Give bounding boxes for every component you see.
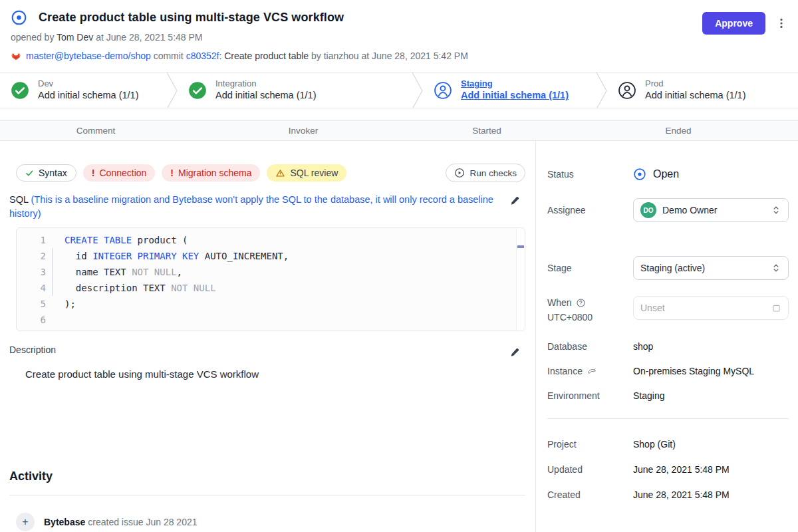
instance-value[interactable]: On-premises Staging MySQL: [633, 366, 789, 376]
check-badge-connection[interactable]: ! Connection: [83, 164, 156, 182]
created-value: June 28, 2021 5:48 PM: [633, 489, 789, 500]
assignee-select[interactable]: DO Demo Owner: [633, 198, 789, 222]
approve-button[interactable]: Approve: [702, 12, 765, 35]
updated-label: Updated: [547, 464, 633, 475]
edit-sql-pencil-icon[interactable]: [509, 196, 520, 206]
branch-repo-link[interactable]: master@bytebase-demo/shop: [26, 51, 151, 61]
environment-row: Environment Staging: [547, 390, 789, 401]
chevron-separator: [412, 72, 423, 108]
issue-detail-panel: Syntax ! Connection ! Migration schema S…: [0, 141, 535, 532]
check-badge-sql-review[interactable]: SQL review: [267, 164, 346, 182]
updated-row: Updated June 28, 2021 5:48 PM: [547, 464, 789, 475]
pipeline-stage-dev[interactable]: DevAdd initial schema (1/1): [0, 72, 166, 108]
pipeline-stage-integration[interactable]: IntegrationAdd initial schema (1/1): [178, 72, 412, 108]
warning-triangle-icon: [275, 168, 285, 178]
when-timezone: UTC+0800: [547, 311, 633, 324]
when-label: When: [547, 296, 572, 309]
divider: [9, 495, 525, 495]
pipeline-stage-prod[interactable]: ProdAdd initial schema (1/1): [607, 72, 798, 108]
stage-label: Stage: [547, 263, 633, 273]
issue-header: Create product table using multi-stage V…: [0, 0, 798, 63]
stage-row: Stage Staging (active): [547, 256, 789, 280]
mysql-dolphin-icon: [587, 366, 597, 376]
stage-task: Add initial schema (1/1): [645, 89, 746, 102]
scrollbar-marker: [517, 245, 524, 248]
description-header: Description: [9, 344, 525, 358]
column-invoker: Invoker: [192, 126, 415, 136]
user-circle-icon: [434, 81, 452, 100]
column-ended: Ended: [559, 126, 798, 136]
stage-name: Staging: [461, 78, 569, 89]
activity-actor: Bytebase: [44, 517, 85, 527]
environment-value[interactable]: Staging: [633, 390, 789, 401]
issue-open-icon: [11, 9, 27, 26]
baseline-note: (This is a baseline migration and Byteba…: [9, 194, 493, 219]
when-placeholder: Unset: [640, 303, 771, 313]
stage-name: Integration: [215, 78, 317, 89]
calendar-icon: [771, 303, 781, 313]
commit-message: Create product table: [221, 51, 311, 61]
edit-description-pencil-icon[interactable]: [509, 347, 520, 358]
chevron-up-down-icon: [771, 205, 781, 215]
stage-task: Add initial schema (1/1): [38, 89, 139, 102]
stage-value: Staging (active): [640, 263, 765, 273]
when-date-input[interactable]: Unset: [633, 296, 789, 320]
created-row: Created June 28, 2021 5:48 PM: [547, 489, 789, 500]
status-open-icon: [633, 168, 646, 181]
pipeline-stage-staging[interactable]: StagingAdd initial schema (1/1): [423, 72, 596, 108]
activity-heading: Activity: [9, 469, 525, 485]
avatar: DO: [640, 202, 656, 218]
chevron-up-down-icon: [771, 263, 781, 273]
task-table-header: Comment Invoker Started Ended: [0, 120, 798, 141]
commit-sha-link[interactable]: c80352f:: [186, 51, 222, 61]
issue-sidebar: Status Open Assignee DO Demo Owner Stage…: [535, 141, 798, 532]
activity-item: + Bytebasecreated issue Jun 28 2021: [16, 513, 525, 531]
check-badge-migration-schema[interactable]: ! Migration schema: [162, 164, 260, 182]
sql-code-editor[interactable]: 1CREATE TABLE product (2 id INTEGER PRIM…: [16, 227, 525, 331]
status-value: Open: [653, 168, 679, 180]
sql-section-header: SQL (This is a baseline migration and By…: [9, 193, 525, 221]
stage-name: Prod: [645, 78, 746, 89]
created-label: Created: [547, 489, 633, 500]
vcs-commit-line: master@bytebase-demo/shop commit c80352f…: [11, 49, 787, 63]
instance-label: Instance: [547, 366, 583, 376]
description-label: Description: [9, 344, 56, 355]
status-label: Status: [547, 169, 633, 180]
description-text: Create product table using multi-stage V…: [25, 368, 525, 383]
status-row: Status Open: [547, 168, 789, 181]
check-circle-icon: [188, 81, 207, 100]
database-value[interactable]: shop: [633, 341, 789, 352]
activity-action: created issue Jun 28 2021: [88, 517, 197, 527]
project-row: Project Shop (Git): [547, 439, 789, 450]
project-value[interactable]: Shop (Git): [633, 439, 789, 450]
editor-scrollbar[interactable]: [516, 228, 525, 331]
page-title: Create product table using multi-stage V…: [39, 11, 344, 25]
check-badge-syntax[interactable]: Syntax: [16, 164, 76, 182]
plus-icon: +: [16, 513, 35, 531]
stage-select[interactable]: Staging (active): [633, 256, 789, 280]
assignee-label: Assignee: [547, 205, 633, 215]
column-started: Started: [415, 126, 559, 136]
chevron-separator: [166, 72, 178, 108]
divider: [547, 418, 789, 419]
stage-pipeline: DevAdd initial schema (1/1) IntegrationA…: [0, 72, 798, 108]
gitlab-icon: [11, 51, 21, 61]
help-circle-icon[interactable]: [576, 298, 586, 308]
stage-task: Add initial schema (1/1): [461, 89, 569, 102]
assignee-row: Assignee DO Demo Owner: [547, 198, 789, 222]
check-icon: [25, 169, 34, 178]
updated-value: June 28, 2021 5:48 PM: [633, 464, 789, 475]
chevron-separator: [596, 72, 607, 108]
assignee-value: Demo Owner: [662, 205, 765, 215]
exclamation-icon: !: [170, 168, 174, 178]
database-label: Database: [547, 341, 633, 352]
opener-name: Tom Dev: [57, 32, 93, 43]
environment-label: Environment: [547, 390, 633, 401]
run-checks-button[interactable]: Run checks: [446, 164, 525, 182]
user-circle-icon: [618, 81, 636, 100]
column-comment: Comment: [0, 126, 192, 136]
when-row: When UTC+0800 Unset: [547, 296, 789, 324]
kebab-menu-icon[interactable]: [774, 15, 789, 31]
check-badges-row: Syntax ! Connection ! Migration schema S…: [16, 164, 525, 182]
stage-task: Add initial schema (1/1): [215, 89, 317, 102]
